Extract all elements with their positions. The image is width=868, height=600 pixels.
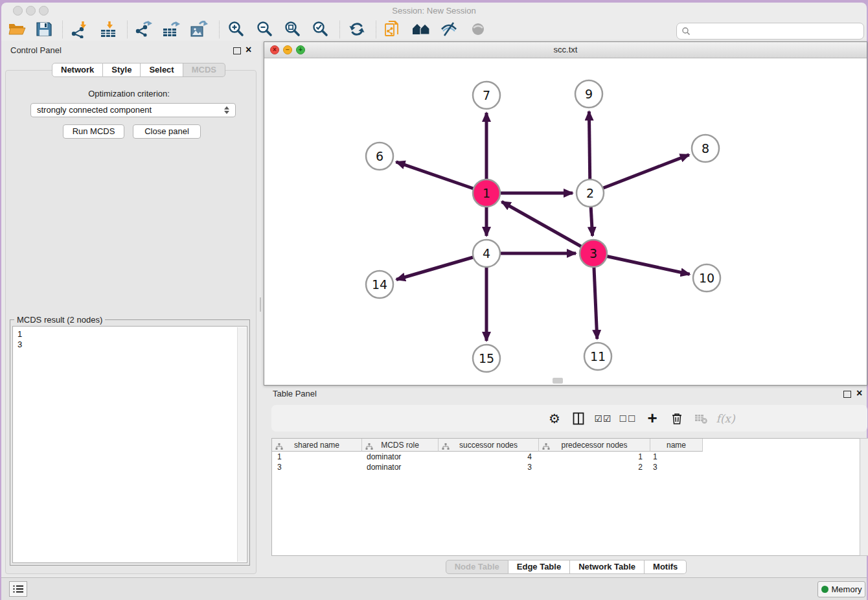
node-11[interactable]: 11 [584, 343, 611, 370]
zoom-out-icon[interactable] [255, 20, 273, 38]
node-6[interactable]: 6 [366, 143, 393, 170]
tab-node-table[interactable]: Node Table [446, 560, 508, 574]
table-row[interactable]: 3dominator323 [272, 462, 860, 472]
create-column-icon[interactable]: + [643, 405, 662, 433]
tab-motifs[interactable]: Motifs [645, 560, 687, 574]
delete-columns-icon[interactable] [667, 405, 687, 432]
node-10[interactable]: 10 [693, 264, 720, 292]
node-9[interactable]: 9 [575, 80, 602, 108]
table-panel-title: Table Panel [273, 389, 317, 398]
mcds-result-list: 13 [17, 329, 22, 350]
first-neighbors-icon[interactable] [412, 20, 430, 38]
control-panel-float-icon[interactable] [233, 47, 241, 54]
svg-text:11: 11 [590, 349, 606, 363]
optimization-criterion-label: Optimization criterion: [1, 89, 257, 98]
network-canvas[interactable]: 1 2 3 4 6 7 8 9 10 [264, 58, 867, 385]
table-row[interactable]: 1dominator411 [272, 452, 860, 462]
tab-mcds[interactable]: MCDS [183, 63, 225, 77]
svg-text:9: 9 [585, 87, 593, 101]
cell-name[interactable]: 3 [648, 462, 700, 472]
svg-text:4: 4 [483, 246, 490, 260]
svg-text:15: 15 [479, 351, 494, 365]
cell-successor-nodes[interactable]: 4 [437, 452, 537, 462]
import-table-icon[interactable] [99, 20, 117, 38]
tab-network-table[interactable]: Network Table [570, 560, 645, 574]
tab-network[interactable]: Network [52, 63, 103, 77]
zoom-selected-icon[interactable] [311, 20, 329, 38]
tab-style[interactable]: Style [103, 63, 141, 77]
node-7[interactable]: 7 [473, 82, 500, 109]
export-image-icon[interactable] [190, 20, 208, 38]
node-table: shared name MCDS role successor nodes pr… [271, 438, 861, 556]
toolbar-separator [219, 21, 220, 38]
node-8[interactable]: 8 [692, 135, 719, 162]
table-options-icon[interactable]: ⚙ [545, 405, 564, 432]
column-header-shared-name[interactable]: shared name [272, 439, 362, 452]
table-scrollbar[interactable] [860, 438, 868, 556]
cell-successor-nodes[interactable]: 3 [437, 462, 537, 472]
node-2[interactable]: 2 [577, 179, 604, 207]
result-value: 1 [17, 329, 22, 340]
search-input[interactable] [676, 23, 864, 40]
export-network-icon[interactable] [134, 20, 152, 38]
main-toolbar [1, 18, 867, 41]
run-mcds-button[interactable]: Run MCDS [63, 124, 124, 139]
mcds-result-box: 13 [12, 326, 247, 563]
optimization-criterion-select[interactable]: strongly connected component [30, 103, 236, 117]
app-titlebar: Session: New Session [1, 3, 867, 19]
select-all-icon[interactable]: ☑☑ [593, 405, 613, 432]
save-session-icon[interactable] [35, 20, 53, 38]
node-3[interactable]: 3 [580, 240, 607, 267]
table-panel-float-icon[interactable] [843, 391, 851, 398]
clone-network-icon[interactable] [383, 20, 402, 38]
horizontal-splitter-handle[interactable] [553, 378, 563, 384]
control-panel-close-icon[interactable]: × [246, 46, 251, 54]
deselect-all-icon[interactable]: ☐☐ [618, 405, 637, 432]
task-history-button[interactable] [9, 581, 27, 597]
svg-text:8: 8 [702, 141, 709, 156]
control-panel-title: Control Panel [10, 45, 62, 55]
hide-graphics-details-icon[interactable] [469, 20, 487, 38]
node-4[interactable]: 4 [473, 240, 500, 267]
memory-button[interactable]: Memory [817, 581, 865, 597]
cell-MCDS-role[interactable]: dominator [361, 452, 437, 462]
status-bar: Memory [1, 577, 867, 600]
result-scrollbar[interactable] [237, 327, 246, 562]
edge-3-1[interactable] [502, 202, 594, 253]
network-window-title: scc.txt [264, 45, 867, 54]
refresh-layout-icon[interactable] [348, 20, 366, 38]
node-15[interactable]: 15 [473, 345, 500, 372]
cell-predecessor-nodes[interactable]: 1 [537, 452, 648, 462]
table-toolbar: ⚙ ☑☑ ☐☐ + f(x) [271, 405, 867, 432]
cell-predecessor-nodes[interactable]: 2 [537, 462, 648, 472]
cell-name[interactable]: 1 [648, 452, 700, 462]
zoom-fit-icon[interactable] [283, 20, 301, 38]
column-header-MCDS-role[interactable]: MCDS role [362, 439, 439, 452]
close-panel-button[interactable]: Close panel [133, 124, 201, 139]
table-panel-tabs: Node TableEdge TableNetwork TableMotifs [265, 560, 867, 574]
show-graphics-details-icon[interactable] [440, 20, 458, 38]
cell-shared-name[interactable]: 1 [272, 452, 361, 462]
list-icon [13, 584, 23, 594]
cell-MCDS-role[interactable]: dominator [361, 462, 437, 472]
network-window-titlebar[interactable]: × − + scc.txt [264, 42, 867, 58]
import-network-icon[interactable] [70, 20, 88, 38]
open-session-icon[interactable] [8, 20, 26, 38]
toolbar-separator [127, 21, 128, 38]
tab-edge-table[interactable]: Edge Table [508, 560, 570, 574]
tab-select[interactable]: Select [141, 63, 183, 77]
table-panel-close-icon[interactable]: × [856, 389, 862, 397]
export-table-icon[interactable] [162, 20, 180, 38]
column-header-successor-nodes[interactable]: successor nodes [439, 439, 539, 452]
edge-2-8[interactable] [590, 155, 689, 193]
cell-shared-name[interactable]: 3 [272, 462, 361, 472]
memory-label: Memory [832, 584, 862, 594]
column-header-name[interactable]: name [650, 439, 703, 452]
zoom-in-icon[interactable] [227, 20, 245, 38]
svg-text:14: 14 [372, 277, 387, 292]
node-14[interactable]: 14 [366, 271, 393, 298]
column-header-predecessor-nodes[interactable]: predecessor nodes [539, 439, 650, 452]
edge-3-10[interactable] [593, 253, 690, 274]
node-1[interactable]: 1 [473, 179, 500, 207]
show-columns-icon[interactable] [569, 405, 588, 432]
